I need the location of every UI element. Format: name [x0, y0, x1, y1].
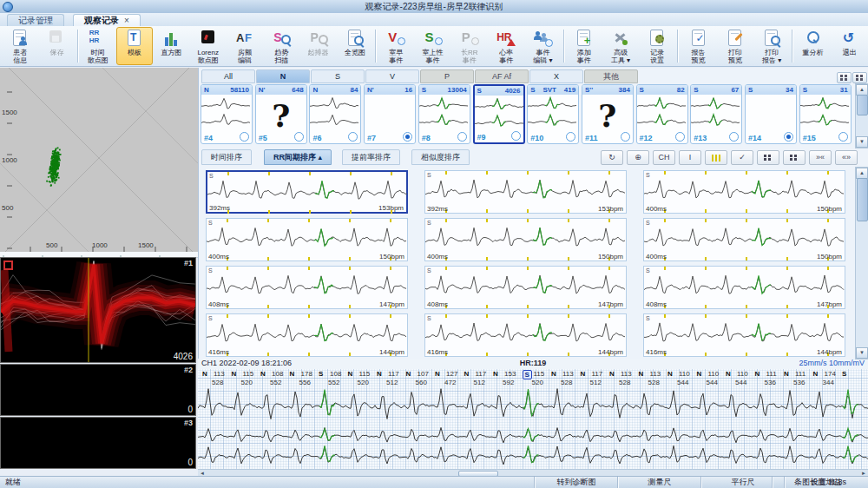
template-radio[interactable]: [675, 132, 685, 142]
toolbar-button-label: 保存: [49, 49, 63, 56]
multi-select-button[interactable]: ✓: [731, 150, 753, 165]
ecg-strip-card[interactable]: S408ms147bpm: [424, 266, 627, 309]
category-tab-s[interactable]: S: [311, 69, 365, 83]
report-preview-button[interactable]: ✓报告 预览: [680, 27, 716, 65]
ecg-strip-card[interactable]: S392ms153bpm: [424, 170, 627, 214]
template-card-13[interactable]: S67#13: [690, 84, 742, 144]
thumbnail-scrollbar[interactable]: ▲▼: [855, 83, 868, 148]
template-radio[interactable]: [729, 132, 739, 142]
ecg-strip-card[interactable]: S416ms144bpm: [424, 313, 627, 357]
template-radio[interactable]: [784, 132, 793, 142]
patient-button[interactable]: 患者 信息: [2, 27, 38, 65]
status-button-1[interactable]: 测量尺: [617, 477, 701, 488]
hr-event-button[interactable]: HR心率 事件: [488, 27, 524, 65]
trend-scan-button[interactable]: S趋势 扫描: [263, 27, 299, 65]
lorenz-button[interactable]: Lorenz 散点图: [190, 27, 227, 65]
toolbar-button-label: 房颤 编辑: [238, 49, 252, 64]
template-card-9[interactable]: S4026#9: [473, 84, 525, 144]
ecg-strip-card[interactable]: S408ms147bpm: [206, 266, 408, 309]
template-card-6[interactable]: N84#6: [309, 84, 361, 144]
caliper-button[interactable]: I: [679, 150, 701, 165]
fit-view-button[interactable]: ⊕: [627, 150, 649, 165]
channel-select-button[interactable]: CH: [653, 150, 675, 165]
rrhr-button[interactable]: RRHR时间 散点图: [80, 27, 116, 65]
category-tab-all[interactable]: All: [201, 69, 255, 83]
template-radio[interactable]: [457, 132, 467, 142]
ecg-strip-card[interactable]: S392ms153bpm: [206, 170, 408, 214]
template-card-8[interactable]: S13004#8: [418, 84, 470, 144]
print-report-button[interactable]: 打印 报告 ▾: [753, 27, 790, 65]
beat-rr-annotation: 528: [212, 379, 223, 386]
overlay-panel-3[interactable]: #30: [0, 417, 196, 469]
category-tab-p[interactable]: P: [420, 69, 474, 83]
template-card-14[interactable]: S34#14: [745, 84, 797, 144]
template-radio[interactable]: [348, 132, 358, 142]
event-edit-button[interactable]: 事件 编辑 ▾: [524, 27, 561, 65]
record-settings-button[interactable]: 记录 设置: [639, 27, 675, 65]
overlay-panel-1[interactable]: #14026: [0, 257, 196, 363]
template-card-7[interactable]: N'16#7: [364, 84, 416, 144]
category-tab-x[interactable]: X: [529, 69, 583, 83]
tab-close-icon[interactable]: ×: [124, 16, 129, 25]
print-preview-button[interactable]: 打印 预览: [717, 27, 753, 65]
event-markers-button[interactable]: [705, 150, 727, 165]
overlay-panel-2[interactable]: #20: [0, 364, 196, 416]
lorenz-scatter-panel[interactable]: 1500100050050010001500: [0, 68, 198, 253]
nav-tab-records[interactable]: 记录管理: [7, 14, 64, 26]
strip-grid-scrollbar[interactable]: ▲▼: [855, 167, 868, 359]
grid-dense-button[interactable]: [757, 150, 779, 165]
template-radio[interactable]: [566, 132, 575, 142]
category-tab-n[interactable]: N: [256, 69, 310, 83]
sort-tab-1[interactable]: RR间期排序 ▴: [264, 149, 332, 165]
template-button[interactable]: T模板: [116, 27, 153, 65]
template-radio[interactable]: [621, 132, 630, 142]
status-button-0[interactable]: 转到诊断图: [534, 477, 618, 488]
ecg-strip-card[interactable]: S416ms144bpm: [643, 313, 845, 357]
sort-tab-3[interactable]: 相似度排序: [411, 149, 470, 165]
grid-sparse-button[interactable]: [783, 150, 806, 165]
reanalyze-button[interactable]: 重分析: [794, 27, 831, 65]
ecg-strip-card[interactable]: S400ms150bpm: [424, 218, 627, 261]
af-edit-icon: AF: [233, 29, 256, 48]
shrink-strips-button[interactable]: »«: [809, 150, 832, 165]
template-radio[interactable]: [511, 131, 521, 141]
template-card-15[interactable]: S31#15: [799, 84, 852, 144]
add-event-button[interactable]: +添加 事件: [566, 27, 602, 65]
category-tab-af-af[interactable]: AF Af: [475, 69, 529, 83]
ecg-rhythm-strip[interactable]: N113528N115520N108552N178556S108552N1155…: [198, 369, 868, 469]
expand-strips-button[interactable]: «»: [835, 150, 858, 165]
strip-bpm: 144bpm: [379, 348, 404, 356]
template-card-10[interactable]: SSVT419#10: [527, 84, 579, 144]
toolbar-button-label: 心率 事件: [499, 49, 513, 64]
category-tab-其他[interactable]: 其他: [584, 69, 638, 83]
template-radio[interactable]: [403, 132, 412, 142]
histogram-button[interactable]: 直方图: [153, 27, 189, 65]
template-radio[interactable]: [240, 132, 249, 142]
adv-tools-button[interactable]: 高级 工具 ▾: [602, 27, 639, 65]
report-preview-icon: ✓: [687, 29, 710, 48]
thumb-view-mode-1-button[interactable]: [837, 72, 852, 83]
af-edit-button[interactable]: AF房颤 编辑: [227, 27, 263, 65]
template-radio[interactable]: [838, 132, 848, 142]
template-card-4[interactable]: N58110#4: [201, 84, 253, 144]
sort-tab-0[interactable]: 时间排序: [201, 149, 252, 165]
ecg-strip-card[interactable]: S400ms150bpm: [643, 170, 845, 214]
refresh-button[interactable]: ↻: [601, 150, 623, 165]
thumb-view-mode-2-button[interactable]: [852, 72, 867, 83]
exit-button[interactable]: ↺退出: [832, 27, 868, 65]
template-card-12[interactable]: S82#12: [636, 84, 688, 144]
template-radio[interactable]: [294, 132, 304, 142]
s-event-button[interactable]: S室上性 事件: [414, 27, 450, 65]
ecg-strip-card[interactable]: S416ms144bpm: [206, 313, 408, 357]
ecg-strip-card[interactable]: S400ms150bpm: [643, 218, 845, 261]
ecg-strip-card[interactable]: S400ms150bpm: [206, 218, 408, 261]
overview-button[interactable]: 全览图: [337, 27, 373, 65]
category-tab-v[interactable]: V: [365, 69, 419, 83]
template-card-11[interactable]: S''384?#11: [582, 84, 634, 144]
ecg-strip-card[interactable]: S408ms147bpm: [643, 266, 845, 309]
sort-tab-2[interactable]: 提前率排序: [342, 149, 400, 165]
nav-tab-observe[interactable]: 观察记录×: [73, 14, 141, 26]
strip-bpm: 150bpm: [379, 253, 404, 260]
v-event-button[interactable]: V室早 事件: [378, 27, 414, 65]
template-card-5[interactable]: N'648?#5: [255, 84, 307, 144]
